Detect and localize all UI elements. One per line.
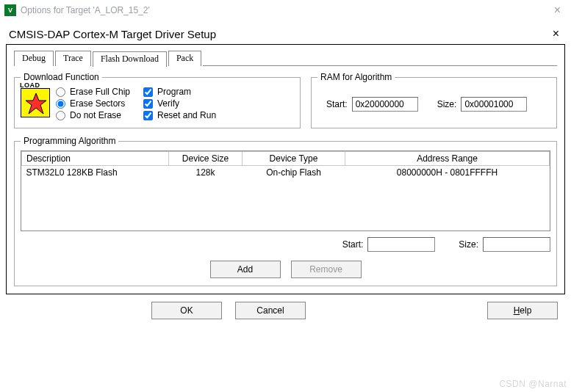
verify-checkbox[interactable]: Verify bbox=[143, 98, 216, 109]
tab-flash-download[interactable]: Flash Download bbox=[93, 51, 167, 67]
ram-legend: RAM for Algorithm bbox=[317, 72, 395, 82]
dialog-titlebar: CMSIS-DAP Cortex-M Target Driver Setup × bbox=[6, 23, 565, 44]
load-icon bbox=[21, 88, 50, 117]
col-address-range[interactable]: Address Range bbox=[345, 152, 550, 166]
help-button[interactable]: Help bbox=[487, 302, 558, 319]
table-header-row: Description Device Size Device Type Addr… bbox=[22, 152, 550, 166]
erase-sectors-radio[interactable]: Erase Sectors bbox=[56, 98, 130, 109]
tab-pack[interactable]: Pack bbox=[168, 51, 201, 66]
ok-button[interactable]: OK bbox=[151, 302, 222, 319]
algorithm-table[interactable]: Description Device Size Device Type Addr… bbox=[21, 150, 550, 231]
cancel-button[interactable]: Cancel bbox=[235, 302, 306, 319]
ram-start-input[interactable] bbox=[352, 97, 418, 112]
svg-marker-0 bbox=[26, 93, 46, 114]
download-function-group: Download Function Erase Full Chip Erase … bbox=[14, 72, 301, 128]
help-text: elp bbox=[520, 305, 531, 316]
reset-and-run-checkbox[interactable]: Reset and Run bbox=[143, 110, 216, 120]
download-function-legend: Download Function bbox=[21, 72, 102, 82]
ram-size-label: Size: bbox=[437, 99, 457, 109]
app-icon: V bbox=[4, 4, 16, 16]
table-row[interactable]: STM32L0 128KB Flash 128k On-chip Flash 0… bbox=[22, 166, 550, 180]
col-device-type[interactable]: Device Type bbox=[243, 152, 345, 166]
tab-debug[interactable]: Debug bbox=[14, 51, 54, 66]
program-checkbox[interactable]: Program bbox=[143, 87, 216, 97]
ram-start-label: Start: bbox=[326, 99, 348, 109]
do-not-erase-radio[interactable]: Do not Erase bbox=[56, 110, 130, 120]
remove-button[interactable]: Remove bbox=[291, 261, 362, 278]
window-title: Options for Target 'A_LOR_15_2' bbox=[21, 5, 150, 15]
dialog-footer: OK Cancel Help bbox=[13, 302, 558, 319]
add-button[interactable]: Add bbox=[210, 261, 281, 278]
tab-bar: Debug Trace Flash Download Pack bbox=[14, 51, 557, 66]
ram-size-input[interactable] bbox=[461, 97, 527, 112]
dialog-body: Debug Trace Flash Download Pack Download… bbox=[6, 44, 565, 294]
algo-size-label: Size: bbox=[459, 239, 478, 250]
col-device-size[interactable]: Device Size bbox=[169, 152, 243, 166]
outer-close-icon[interactable]: × bbox=[548, 2, 567, 18]
col-description[interactable]: Description bbox=[22, 152, 169, 166]
ram-for-algorithm-group: RAM for Algorithm Start: Size: bbox=[311, 72, 557, 128]
window-titlebar: V Options for Target 'A_LOR_15_2' × bbox=[0, 0, 571, 21]
algo-start-input[interactable] bbox=[367, 237, 435, 252]
close-icon[interactable]: × bbox=[547, 26, 565, 42]
programming-algorithm-legend: Programming Algorithm bbox=[21, 136, 118, 146]
dialog-title: CMSIS-DAP Cortex-M Target Driver Setup bbox=[6, 28, 216, 40]
erase-full-chip-radio[interactable]: Erase Full Chip bbox=[56, 87, 130, 97]
algo-start-label: Start: bbox=[342, 239, 364, 250]
algo-size-input[interactable] bbox=[483, 237, 550, 252]
tab-trace[interactable]: Trace bbox=[55, 51, 91, 66]
programming-algorithm-group: Programming Algorithm Description Device… bbox=[14, 136, 557, 286]
